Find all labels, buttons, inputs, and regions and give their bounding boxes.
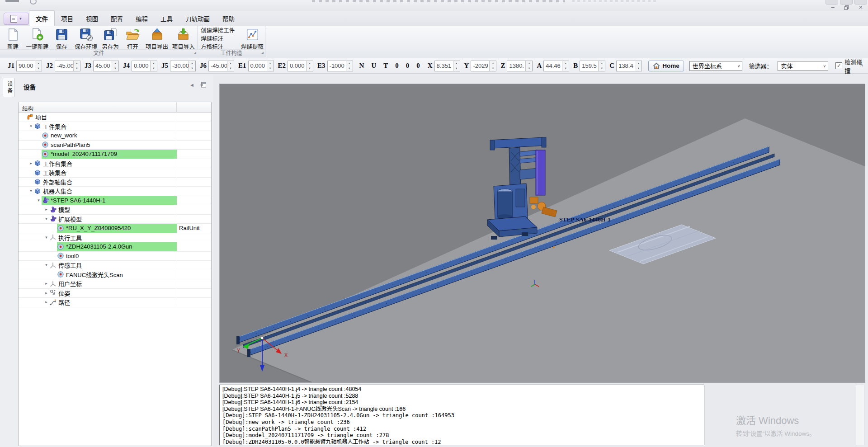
dialog-launcher-icon[interactable]: ◢ [261, 49, 264, 56]
minimize-button[interactable]: – [827, 4, 838, 11]
e1-spinbox[interactable]: 0.000▲▼ [248, 61, 274, 71]
expander-closed-icon[interactable]: ▸ [43, 289, 49, 298]
tree-item-exec-tools[interactable]: ▾执行工具 [19, 233, 211, 243]
spin-up-icon[interactable]: ▲ [112, 61, 118, 66]
spin-down-icon[interactable]: ▼ [112, 66, 118, 71]
save-env-button[interactable]: 保存环境 [73, 27, 99, 51]
tree-item-fanuc-line-laser-scan[interactable]: FANUC线激光头Scan [19, 270, 211, 280]
j4-spinbox[interactable]: 0.000▲▼ [132, 61, 157, 71]
project-import-button[interactable]: 项目导入 [170, 27, 197, 51]
create-weld-workpiece-button[interactable]: 创建焊接工件 [200, 27, 240, 35]
spin-down-icon[interactable]: ▼ [307, 66, 313, 71]
weld-seam-extract-button[interactable]: 焊缝提取 [241, 27, 264, 51]
j5-value[interactable]: -30.00 [170, 61, 189, 71]
spin-down-icon[interactable]: ▼ [453, 66, 460, 71]
e1-value[interactable]: 0.000 [249, 61, 267, 71]
expander-open-icon[interactable]: ▾ [43, 233, 49, 242]
restore-button[interactable] [841, 4, 852, 11]
3d-viewport[interactable]: STEP SA6-1440H-1 Y X [219, 84, 865, 383]
spin-down-icon[interactable]: ▼ [151, 66, 157, 71]
filter-select[interactable]: 实体 ∨ [778, 61, 828, 71]
b-spinbox[interactable]: 159.5▲▼ [580, 61, 605, 71]
tree-item-path[interactable]: ▸路径 [19, 298, 211, 307]
ribbon-collapse-icon[interactable]: ∧ [860, 62, 863, 68]
tree-item-external-axis-set[interactable]: 外部轴集合 [19, 178, 211, 187]
b-value[interactable]: 159.5 [580, 61, 598, 71]
tab-project[interactable]: 项目 [55, 11, 80, 26]
e3-value[interactable]: -1000 [328, 61, 346, 71]
spin-up-icon[interactable]: ▲ [346, 61, 353, 66]
spin-up-icon[interactable]: ▲ [490, 61, 496, 66]
spin-up-icon[interactable]: ▲ [526, 61, 532, 66]
tab-file[interactable]: 文件 [29, 10, 55, 26]
spin-down-icon[interactable]: ▼ [490, 66, 496, 71]
x-value[interactable]: 8.351 [435, 61, 453, 71]
expander-open-icon[interactable]: ▾ [28, 187, 34, 196]
tree-item-scan-path-plan5[interactable]: scanPathPlan5 [19, 141, 211, 150]
save-as-button[interactable]: 另存为 [99, 27, 122, 51]
spin-down-icon[interactable]: ▼ [35, 66, 42, 71]
tree-item-model-20240711171709[interactable]: *model_20240711171709 [19, 150, 211, 159]
tab-help[interactable]: 帮助 [216, 11, 241, 26]
tree-item-tool0[interactable]: tool0 [19, 252, 211, 261]
expander-closed-icon[interactable]: ▸ [43, 279, 49, 288]
e2-value[interactable]: 0.000 [288, 61, 306, 71]
spin-down-icon[interactable]: ▼ [635, 66, 642, 71]
a-spinbox[interactable]: 44.46▲▼ [543, 61, 569, 71]
z-value[interactable]: 1380. [507, 61, 525, 71]
expander-closed-icon[interactable]: ▸ [43, 298, 49, 307]
tab-programming[interactable]: 编程 [129, 11, 154, 26]
tree-item-project[interactable]: 项目 [19, 113, 211, 122]
spin-down-icon[interactable]: ▼ [227, 66, 234, 71]
dialog-launcher-icon[interactable]: ◢ [194, 49, 196, 56]
expander-open-icon[interactable]: ▾ [28, 122, 34, 131]
tree-item-new-work[interactable]: new_work [19, 131, 211, 141]
e2-spinbox[interactable]: 0.000▲▼ [288, 61, 313, 71]
j1-value[interactable]: 90.00 [17, 61, 35, 71]
project-export-button[interactable]: 项目导出 [144, 27, 170, 51]
panel-dock-icon[interactable] [200, 81, 206, 89]
expander-open-icon[interactable]: ▾ [36, 196, 42, 205]
spin-up-icon[interactable]: ▲ [151, 61, 157, 66]
spin-down-icon[interactable]: ▼ [599, 66, 605, 71]
expander-open-icon[interactable]: ▾ [43, 215, 49, 224]
spin-down-icon[interactable]: ▼ [189, 66, 195, 71]
j5-spinbox[interactable]: -30.00▲▼ [170, 61, 196, 71]
tree-item-robot-set[interactable]: ▾机器人集合 [19, 187, 211, 196]
e3-spinbox[interactable]: -1000▲▼ [327, 61, 353, 71]
close-button[interactable]: × [855, 4, 866, 11]
spin-down-icon[interactable]: ▼ [562, 66, 569, 71]
spin-down-icon[interactable]: ▼ [74, 66, 80, 71]
j4-value[interactable]: 0.000 [132, 61, 150, 71]
expander-open-icon[interactable]: ▾ [43, 261, 49, 270]
spin-up-icon[interactable]: ▲ [562, 61, 569, 66]
tab-config[interactable]: 配置 [104, 11, 129, 26]
expander-closed-icon[interactable]: ▸ [28, 159, 34, 168]
tree-item-workpiece-set[interactable]: ▾工件集合 [19, 122, 211, 132]
y-value[interactable]: -2029 [471, 61, 489, 71]
spin-up-icon[interactable]: ▲ [35, 61, 42, 66]
tab-toolpath-animation[interactable]: 刀轨动画 [179, 11, 216, 26]
spin-up-icon[interactable]: ▲ [453, 61, 460, 66]
spin-up-icon[interactable]: ▲ [635, 61, 642, 66]
tree-item-zdh24031105-gun[interactable]: *ZDH24031105-2.4.0Gun [19, 242, 211, 252]
tree-item-extended-model[interactable]: ▾扩展模型 [19, 215, 211, 224]
y-spinbox[interactable]: -2029▲▼ [471, 61, 496, 71]
app-menu-button[interactable]: ▼ [4, 13, 29, 25]
spin-up-icon[interactable]: ▲ [307, 61, 313, 66]
j2-value[interactable]: -45.00 [55, 61, 73, 71]
spin-up-icon[interactable]: ▲ [267, 61, 274, 66]
tab-view[interactable]: 视图 [80, 11, 104, 26]
expander-closed-icon[interactable]: ▸ [43, 205, 49, 214]
tree-item-worktable-set[interactable]: ▸工作台集合 [19, 159, 211, 169]
tree-item-ru-x-y-z0408095420[interactable]: *RU_X_Y_Z0408095420RailUnit [19, 224, 211, 233]
tree-item-pose[interactable]: ▸位姿 [19, 289, 211, 298]
home-button[interactable]: Home [648, 61, 684, 71]
tree-item-sensor-tools[interactable]: ▾传感工具 [19, 261, 211, 270]
spin-down-icon[interactable]: ▼ [526, 66, 532, 71]
j6-value[interactable]: -45.00 [209, 61, 227, 71]
c-spinbox[interactable]: 138.4▲▼ [616, 61, 642, 71]
open-button[interactable]: 打开 [122, 27, 144, 51]
coordinate-system-select[interactable]: 世界坐标系 ∨ [689, 61, 743, 71]
quick-new-button[interactable]: 一键新建 [24, 27, 51, 51]
